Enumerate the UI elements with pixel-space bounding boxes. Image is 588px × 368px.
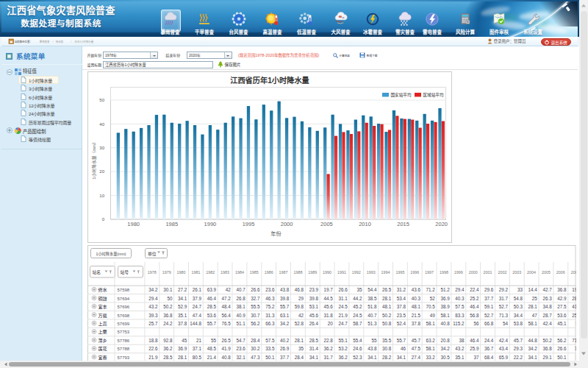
svg-text:1小时降水量（mm）: 1小时降水量（mm） [90,140,97,179]
svg-text:55.7: 55.7 [207,320,217,327]
svg-text:30: 30 [99,144,104,151]
svg-text:53.4: 53.4 [397,295,406,302]
svg-text:23.6: 23.6 [236,345,245,352]
svg-text:58.1: 58.1 [440,312,450,319]
svg-text:55.4: 55.4 [353,337,362,344]
svg-text:25.2: 25.2 [470,295,479,302]
svg-text:45.6: 45.6 [324,303,334,310]
svg-text:24.7: 24.7 [193,303,202,310]
svg-text:1988: 1988 [293,269,302,275]
svg-text:28.1: 28.1 [528,303,538,310]
svg-text:57793: 57793 [118,354,130,361]
svg-text:80.5: 80.5 [193,354,202,361]
svg-text:修水: 修水 [98,286,107,293]
svg-text:29.6: 29.6 [484,286,494,293]
svg-text:19.7: 19.7 [324,286,334,293]
svg-text:47.4: 47.4 [193,312,202,319]
svg-text:33: 33 [517,286,523,293]
svg-text:52.8: 52.8 [295,320,304,327]
svg-text:57753: 57753 [118,328,130,335]
svg-text:1979: 1979 [162,269,171,275]
svg-text:30.1: 30.1 [163,286,173,293]
svg-text:42: 42 [298,312,304,319]
svg-text:51.3: 51.3 [368,320,377,327]
svg-text:144.8: 144.8 [190,320,201,327]
svg-text:45.6: 45.6 [309,312,319,319]
svg-text:36.2: 36.2 [324,345,334,352]
svg-text:34.2: 34.2 [280,320,290,327]
svg-text:32.7: 32.7 [251,295,260,302]
svg-text:50.3: 50.3 [514,303,523,310]
svg-text:26.6: 26.6 [557,345,567,352]
svg-text:46.4: 46.4 [207,295,217,302]
svg-text:56.2: 56.2 [251,320,260,327]
svg-text:38.1: 38.1 [236,303,245,310]
svg-text:30.7: 30.7 [251,312,260,319]
svg-text:43.2: 43.2 [148,303,158,310]
svg-text:21.4: 21.4 [207,354,217,361]
svg-text:46.8: 46.8 [295,286,304,293]
svg-text:46.4: 46.4 [470,337,479,344]
svg-text:40.8: 40.8 [440,320,450,327]
svg-text:1990: 1990 [204,219,217,227]
svg-text:36.8: 36.8 [542,345,552,352]
svg-text:52.4: 52.4 [397,320,406,327]
svg-text:单位: 单位 [148,250,157,257]
svg-text:43.8: 43.8 [368,345,377,352]
svg-text:26.9: 26.9 [280,345,290,352]
svg-text:1993: 1993 [367,269,376,275]
svg-text:57696: 57696 [118,303,130,310]
svg-text:53.6: 53.6 [557,312,567,319]
svg-text:2015: 2015 [397,219,409,227]
svg-text:40.7: 40.7 [368,312,377,319]
svg-text:52: 52 [430,295,436,302]
svg-text:1978: 1978 [148,269,157,275]
svg-text:19.2: 19.2 [572,286,576,293]
svg-text:53.8: 53.8 [514,320,523,327]
svg-text:1997: 1997 [425,269,434,275]
svg-text:2003: 2003 [512,269,521,275]
svg-text:68.4: 68.4 [484,354,494,361]
svg-text:31.8: 31.8 [324,312,334,319]
svg-text:59.8: 59.8 [295,303,304,310]
svg-text:宜丰: 宜丰 [98,303,107,310]
svg-text:36.9: 36.9 [440,295,450,302]
svg-text:58.1: 58.1 [426,345,436,352]
svg-text:44.2: 44.2 [353,295,362,302]
svg-text:2005: 2005 [320,219,333,227]
svg-text:23.5: 23.5 [397,312,406,319]
svg-text:26.6: 26.6 [338,286,348,293]
svg-text:46.3: 46.3 [265,295,275,302]
svg-text:66.8: 66.8 [484,320,494,327]
svg-text:28.7: 28.7 [542,312,552,319]
svg-text:39.3: 39.3 [148,312,158,319]
svg-text:26.8: 26.8 [236,295,245,302]
svg-text:26.1: 26.1 [193,286,202,293]
svg-text:上栗: 上栗 [98,328,107,335]
svg-text:70.5: 70.5 [426,303,436,310]
svg-text:50.2: 50.2 [382,312,392,319]
svg-text:115.2: 115.2 [453,320,465,327]
svg-text:47.3: 47.3 [251,354,260,361]
svg-text:43.4: 43.4 [499,345,509,352]
svg-text:54.4: 54.4 [368,286,377,293]
svg-text:50: 50 [167,295,173,302]
svg-text:22.6: 22.6 [148,345,158,352]
svg-text:1989: 1989 [308,269,317,275]
svg-text:28.3: 28.3 [572,295,576,302]
svg-text:54.8: 54.8 [514,295,523,302]
svg-text:48.1: 48.1 [412,303,421,310]
svg-text:37.8: 37.8 [178,320,187,327]
svg-text:27.2: 27.2 [178,286,187,293]
svg-text:1996: 1996 [410,269,419,275]
svg-text:37.7: 37.7 [484,295,494,302]
svg-text:2004: 2004 [527,269,536,275]
svg-text:2010: 2010 [359,219,371,227]
svg-text:40.3: 40.3 [412,295,421,302]
svg-text:结束年份: 结束年份 [166,52,181,58]
svg-text:1985: 1985 [165,219,178,227]
svg-text:2005: 2005 [542,269,551,275]
svg-text:55.7: 55.7 [397,337,406,344]
svg-text:38.9: 38.9 [440,303,450,310]
svg-text:年份: 年份 [270,230,282,237]
